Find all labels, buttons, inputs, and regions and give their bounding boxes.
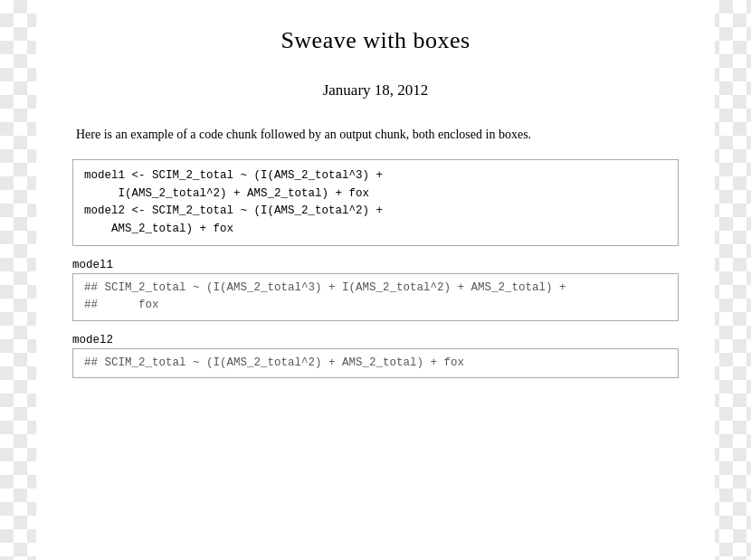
model2-label: model2	[72, 330, 679, 348]
page-title: Sweave with boxes	[72, 27, 679, 54]
page-content: Sweave with boxes January 18, 2012 Here …	[36, 0, 715, 560]
document-date: January 18, 2012	[72, 81, 679, 100]
intro-paragraph: Here is an example of a code chunk follo…	[72, 125, 679, 145]
code-block-1: model1 <- SCIM_2_total ~ (I(AMS_2_total^…	[72, 159, 679, 246]
output-block-2: ## SCIM_2_total ~ (I(AMS_2_total^2) + AM…	[72, 348, 679, 378]
spacer-2	[72, 321, 679, 330]
spacer-1	[72, 246, 679, 255]
output-block-1: ## SCIM_2_total ~ (I(AMS_2_total^3) + I(…	[72, 273, 679, 321]
model1-label: model1	[72, 255, 679, 273]
